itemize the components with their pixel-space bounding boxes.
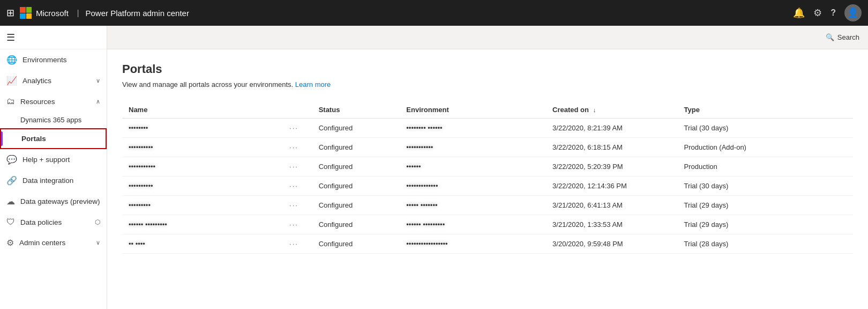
content-area: 🔍 Search Portals View and manage all por… (107, 26, 868, 309)
environments-icon: 🌐 (6, 55, 17, 65)
cell-status: Configured (312, 157, 400, 176)
search-box[interactable]: 🔍 Search (826, 33, 859, 41)
cell-environment: •••••••• •••••• (400, 119, 546, 138)
cell-name: ••••••••••• (122, 157, 283, 176)
sidebar-item-dynamics365apps[interactable]: Dynamics 365 apps (0, 112, 107, 128)
cell-dots[interactable]: ··· (283, 215, 312, 234)
table-header-row: Name Status Environment Created on ↓ (122, 101, 853, 119)
cell-dots[interactable]: ··· (283, 176, 312, 196)
cell-status: Configured (312, 234, 400, 254)
cell-name: •••••••••• (122, 176, 283, 196)
cell-type: Trial (29 days) (678, 215, 853, 234)
cell-environment: ••••••••••••• (400, 176, 546, 196)
cell-dots[interactable]: ··· (283, 196, 312, 215)
sidebar-item-analytics[interactable]: 📈 Analytics ∨ (0, 70, 107, 91)
main-layout: ☰ 🌐 Environments 📈 Analytics ∨ 🗂 Resourc… (0, 26, 868, 309)
search-icon: 🔍 (826, 33, 834, 41)
cell-environment: ••••••••••••••••• (400, 234, 546, 254)
cell-name: •• •••• (122, 234, 283, 254)
col-header-createdon[interactable]: Created on ↓ (546, 101, 678, 119)
more-options-icon[interactable]: ··· (289, 163, 298, 171)
cell-dots[interactable]: ··· (283, 138, 312, 157)
cell-createdon: 3/21/2020, 1:33:53 AM (546, 215, 678, 234)
page-title: Portals (122, 62, 853, 76)
more-options-icon[interactable]: ··· (289, 240, 298, 248)
col-header-type: Type (678, 101, 853, 119)
cell-name: •••••••• (122, 119, 283, 138)
sidebar: ☰ 🌐 Environments 📈 Analytics ∨ 🗂 Resourc… (0, 26, 107, 309)
portals-table: Name Status Environment Created on ↓ (122, 101, 853, 254)
col-header-name: Name (122, 101, 283, 119)
sidebar-item-dataintegration[interactable]: 🔗 Data integration (0, 170, 107, 191)
cell-status: Configured (312, 196, 400, 215)
cell-dots[interactable]: ··· (283, 119, 312, 138)
bell-icon[interactable]: 🔔 (793, 7, 805, 19)
settings-icon[interactable]: ⚙ (813, 7, 822, 19)
page-subtitle: View and manage all portals across your … (122, 80, 853, 89)
content-header: 🔍 Search (107, 26, 868, 49)
cell-environment: ••••• ••••••• (400, 196, 546, 215)
sidebar-item-datagateways[interactable]: ☁ Data gateways (preview) (0, 191, 107, 212)
sidebar-label-dataintegration: Data integration (23, 176, 100, 185)
more-options-icon[interactable]: ··· (289, 143, 298, 151)
cell-dots[interactable]: ··· (283, 157, 312, 176)
cell-status: Configured (312, 176, 400, 196)
cell-createdon: 3/22/2020, 6:18:15 AM (546, 138, 678, 157)
datapolicies-external-icon: ⬡ (95, 218, 100, 226)
table-row: ••••••••• ··· Configured ••••• ••••••• 3… (122, 196, 853, 215)
datapolicies-icon: 🛡 (6, 217, 15, 227)
cell-createdon: 3/22/2020, 5:20:39 PM (546, 157, 678, 176)
avatar[interactable]: 👤 (844, 4, 862, 21)
sidebar-item-portals[interactable]: Portals (0, 128, 107, 149)
cell-environment: ••••••••••• (400, 138, 546, 157)
more-options-icon[interactable]: ··· (289, 220, 298, 229)
table-row: ••••••••••• ··· Configured •••••• 3/22/2… (122, 157, 853, 176)
help-icon[interactable]: ? (830, 8, 836, 18)
sidebar-label-environments: Environments (23, 56, 100, 64)
sidebar-label-analytics: Analytics (23, 77, 96, 85)
resources-icon: 🗂 (6, 97, 15, 106)
sidebar-label-datapolicies: Data policies (20, 218, 95, 226)
cell-type: Production (Add-on) (678, 138, 853, 157)
cell-createdon: 3/22/2020, 8:21:39 AM (546, 119, 678, 138)
cell-createdon: 3/20/2020, 9:59:48 PM (546, 234, 678, 254)
col-header-status: Status (312, 101, 400, 119)
table-row: •••••• ••••••••• ··· Configured •••••• •… (122, 215, 853, 234)
analytics-chevron-icon: ∨ (96, 77, 100, 84)
sidebar-label-admincenters: Admin centers (19, 239, 96, 247)
cell-environment: •••••• (400, 157, 546, 176)
admincenters-icon: ⚙ (6, 238, 14, 248)
dataintegration-icon: 🔗 (6, 175, 17, 186)
top-nav-right: 🔔 ⚙ ? 👤 (793, 4, 862, 21)
page-subtitle-text: View and manage all portals across your … (122, 80, 293, 89)
sidebar-item-resources[interactable]: 🗂 Resources ∧ (0, 91, 107, 112)
sidebar-item-environments[interactable]: 🌐 Environments (0, 49, 107, 70)
microsoft-text: Microsoft (36, 9, 69, 18)
cell-name: ••••••••• (122, 196, 283, 215)
sidebar-label-datagateways: Data gateways (preview) (20, 197, 100, 205)
sort-icon: ↓ (593, 107, 596, 113)
app-title: Power Platform admin center (85, 9, 189, 18)
cell-status: Configured (312, 138, 400, 157)
cell-status: Configured (312, 215, 400, 234)
hamburger-icon[interactable]: ☰ (6, 32, 15, 43)
table-row: •• •••• ··· Configured •••••••••••••••••… (122, 234, 853, 254)
microsoft-logo: Microsoft (20, 7, 69, 19)
more-options-icon[interactable]: ··· (289, 124, 298, 132)
admincenters-chevron-icon: ∨ (96, 239, 100, 246)
sidebar-label-portals: Portals (21, 135, 46, 143)
sidebar-item-helpsupport[interactable]: 💬 Help + support (0, 149, 107, 170)
sidebar-item-datapolicies[interactable]: 🛡 Data policies ⬡ (0, 212, 107, 232)
sidebar-top-bar: ☰ (0, 26, 107, 49)
cell-type: Trial (30 days) (678, 176, 853, 196)
cell-name: •••••• ••••••••• (122, 215, 283, 234)
grid-icon[interactable]: ⊞ (6, 7, 14, 19)
cell-dots[interactable]: ··· (283, 234, 312, 254)
learn-more-link[interactable]: Learn more (295, 80, 331, 89)
more-options-icon[interactable]: ··· (289, 201, 298, 209)
sidebar-label-helpsupport: Help + support (23, 156, 100, 164)
more-options-icon[interactable]: ··· (289, 182, 298, 190)
sidebar-item-admincenters[interactable]: ⚙ Admin centers ∨ (0, 232, 107, 253)
cell-createdon: 3/21/2020, 6:41:13 AM (546, 196, 678, 215)
cell-name: •••••••••• (122, 138, 283, 157)
